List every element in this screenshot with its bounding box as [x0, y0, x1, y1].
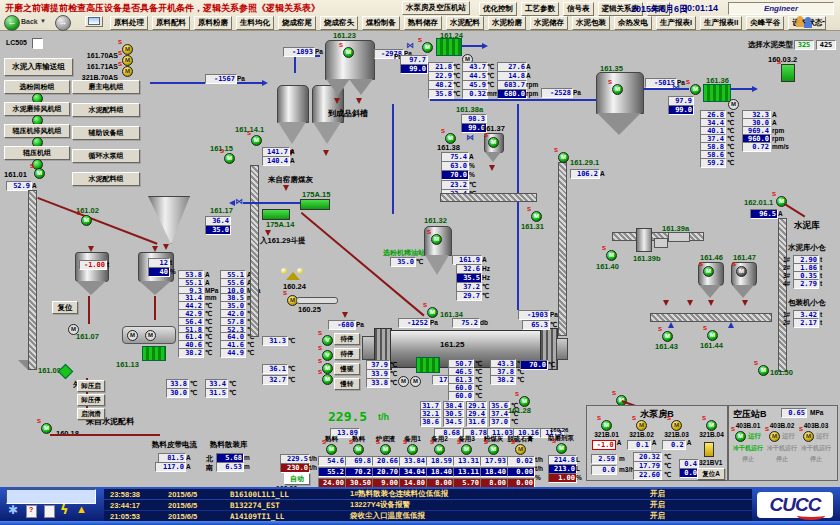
valve-icon[interactable]: ⋈: [466, 134, 474, 142]
nav-button[interactable]: 生产报表II: [700, 16, 742, 30]
alarm-row[interactable]: 23:44:17 2015/6/5 B132274_EST 13227Y4设备报…: [104, 500, 752, 510]
valve-icon[interactable]: ⋈: [672, 84, 680, 92]
motor-status-icon[interactable]: M: [488, 137, 499, 148]
feed-setpoint-box[interactable]: 34.04: [399, 467, 427, 477]
nav-button[interactable]: 原料处理: [110, 16, 148, 30]
alarm-row[interactable]: 23:58:38 2015/6/5 B16100L1L1_LL 1#熟料散装仓连…: [104, 489, 752, 499]
nav-button[interactable]: 生产报表I: [656, 16, 696, 30]
press-button[interactable]: 卸压启: [77, 380, 105, 392]
feeder-motor-icon[interactable]: M: [380, 444, 391, 455]
group-button-cement-store[interactable]: 水泥入库输送组: [4, 58, 73, 76]
press-button[interactable]: 卸压停: [77, 394, 105, 406]
lc-checkbox[interactable]: [32, 38, 43, 49]
motor-status-icon[interactable]: M: [531, 211, 542, 222]
alarm-row[interactable]: 21:05:53 2015/6/5 A14109TI1_LL 袋收尘入口温度低低…: [104, 511, 752, 521]
feeder-motor-icon[interactable]: M: [556, 443, 567, 454]
reset-button[interactable]: 复位: [52, 301, 78, 314]
users-icon[interactable]: [796, 16, 814, 28]
motor-status-icon[interactable]: M: [703, 266, 714, 277]
motor-status-icon[interactable]: M: [224, 153, 235, 164]
hopper-setpoint-box[interactable]: 40: [148, 267, 170, 277]
motor-status-icon[interactable]: M: [81, 215, 92, 226]
feeder-motor-icon[interactable]: M: [434, 444, 445, 455]
setpoint-box[interactable]: 99.0: [400, 64, 428, 74]
motor-status-icon[interactable]: M: [612, 84, 623, 95]
motor-status-icon[interactable]: M: [662, 331, 673, 342]
mill-mode-button[interactable]: 待停: [334, 333, 360, 345]
nav-button[interactable]: 生料均化: [236, 16, 274, 30]
nav-button[interactable]: 熟料储存: [404, 16, 442, 30]
mill-mode-button[interactable]: 慢驱: [334, 363, 360, 375]
screenshot-icon[interactable]: [85, 16, 103, 27]
motor-status-icon[interactable]: M: [122, 44, 133, 55]
feed-setpoint-box[interactable]: 18.40: [426, 467, 454, 477]
nav-button[interactable]: 原料配料: [152, 16, 190, 30]
feeder-motor-icon[interactable]: M: [461, 444, 472, 455]
feed-setpoint-box[interactable]: 20.70: [372, 467, 400, 477]
system-button[interactable]: 信号表: [563, 2, 594, 16]
group-button[interactable]: 磨主电机组: [72, 80, 140, 94]
group-button[interactable]: 水泥磨排风机组: [4, 102, 70, 116]
auto-mode-button[interactable]: 自动: [284, 473, 310, 485]
ratio-box[interactable]: 1.00: [548, 473, 577, 483]
mill-mode-button[interactable]: 待停: [334, 348, 360, 360]
pump-motor-icon[interactable]: M: [671, 420, 682, 431]
document-icon[interactable]: [44, 505, 55, 518]
motor-status-icon[interactable]: M: [41, 423, 52, 434]
valve-icon[interactable]: ⋈: [406, 42, 414, 50]
nav-button[interactable]: 水泥配料: [446, 16, 484, 30]
compressor-motor-icon[interactable]: M: [803, 431, 814, 442]
forward-icon[interactable]: →: [55, 15, 71, 31]
feeder-motor-icon[interactable]: M: [407, 444, 418, 455]
motor-status-icon[interactable]: M: [343, 47, 354, 58]
back-dropdown-icon[interactable]: ▼: [40, 18, 46, 24]
motor-status-icon[interactable]: M: [322, 363, 333, 374]
nav-button[interactable]: 水泥储存: [530, 16, 568, 30]
nav-button[interactable]: 烧成窑尾: [278, 16, 316, 30]
back-icon[interactable]: ←: [4, 15, 20, 31]
nav-button[interactable]: 煤粉制备: [362, 16, 400, 30]
nav-button[interactable]: 尖峰平谷: [746, 16, 784, 30]
motor-status-icon[interactable]: M: [690, 84, 701, 95]
motor-status-icon[interactable]: M: [251, 135, 262, 146]
motor-status-icon[interactable]: M: [122, 66, 133, 77]
setpoint-box[interactable]: 70.0: [441, 170, 469, 180]
reset-a-button[interactable]: 复位A: [697, 468, 725, 480]
nav-button[interactable]: 余热发电: [614, 16, 652, 30]
valve-sp-box[interactable]: 0.0: [679, 468, 699, 478]
group-button[interactable]: 循环水泵组: [72, 149, 140, 163]
motor-status-icon[interactable]: M: [122, 55, 133, 66]
warning-triangle-icon[interactable]: ▲: [76, 503, 87, 515]
setpoint-box[interactable]: 35.0: [205, 225, 231, 235]
motor-status-icon[interactable]: M: [758, 365, 769, 376]
group-button[interactable]: 水泥配料组: [72, 103, 140, 117]
feeder-motor-icon[interactable]: M: [488, 444, 499, 455]
setpoint-box[interactable]: 70.0: [520, 360, 548, 370]
valve-icon[interactable]: ⋈: [235, 198, 243, 206]
gate-icon[interactable]: [781, 64, 795, 82]
feed-setpoint-box[interactable]: 18.40: [480, 467, 508, 477]
group-button[interactable]: 辅助设备组: [72, 126, 140, 140]
feed-setpoint-box[interactable]: 13.11: [453, 467, 481, 477]
system-button[interactable]: 优化控制: [479, 2, 517, 16]
cement-type-325-button[interactable]: 325: [794, 40, 814, 50]
motor-status-icon[interactable]: M: [606, 250, 617, 261]
total-setpoint-box[interactable]: 230.0: [280, 463, 310, 473]
compressor-motor-icon[interactable]: M: [769, 431, 780, 442]
group-button[interactable]: 选粉回粉组: [4, 80, 70, 94]
feeder-motor-icon[interactable]: M: [515, 444, 526, 455]
nav-button[interactable]: 原料粉磨: [194, 16, 232, 30]
system-button[interactable]: 工艺参数: [521, 2, 559, 16]
press-button[interactable]: 启润滑: [77, 408, 105, 420]
alarm-filter-input[interactable]: [6, 489, 96, 504]
compressor-motor-icon[interactable]: M: [735, 431, 746, 442]
motor-status-icon[interactable]: M: [34, 168, 45, 179]
motor-status-icon[interactable]: M: [558, 152, 569, 163]
nav-button[interactable]: 水泥包装: [572, 16, 610, 30]
group-button[interactable]: 辊压机排风机组: [4, 124, 70, 138]
setpoint-box[interactable]: 99.0: [668, 105, 694, 115]
group-button[interactable]: 水泥配料组: [72, 172, 140, 186]
motor-status-icon[interactable]: V: [322, 335, 333, 346]
document-help-icon[interactable]: ?: [26, 505, 37, 518]
lightning-icon[interactable]: ϟ: [60, 502, 69, 517]
